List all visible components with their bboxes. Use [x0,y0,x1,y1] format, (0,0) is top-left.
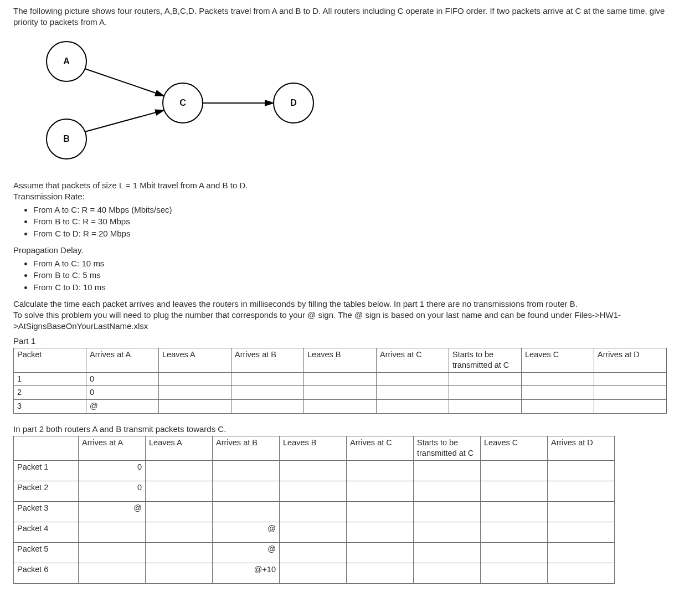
hdr-arrB: Arrives at B [231,348,304,372]
edge-b-c [85,110,164,132]
rate-b-c: From B to C: R = 30 Mbps [33,216,689,227]
hdr-leaveB: Leaves B [304,348,377,372]
hdr-arrD: Arrives at D [594,348,667,372]
edge-a-c [85,69,164,96]
router-c-node [163,83,203,123]
question-page: The following picture shows four routers… [0,0,700,606]
table-row: Packet 3 @ [14,501,615,522]
p2r3-arrB[interactable] [213,501,280,522]
hdr-leaveC: Leaves C [522,348,594,372]
p1r3-arrA: @ [86,400,159,414]
p2r5-label: Packet 5 [14,542,79,563]
p1r1-packet: 1 [14,372,86,386]
table-row: Packet 2 0 [14,481,615,501]
hdr-packet: Packet [14,348,86,372]
hdr-arrA: Arrives at A [86,348,159,372]
table-row: Packet 4 @ [14,522,615,542]
part2-table: Arrives at A Leaves A Arrives at B Leave… [13,436,615,584]
table-row: Packet 5 @ [14,542,615,563]
hdr2-arrA: Arrives at A [79,436,146,460]
p2r6-label: Packet 6 [14,563,79,583]
hdr2-arrC: Arrives at C [347,436,414,460]
hdr-arrC: Arrives at C [377,348,449,372]
rate-a-c: From A to C: R = 40 Mbps (Mbits/sec) [33,204,689,215]
p2r3-arrA: @ [79,501,146,522]
delay-b-c: From B to C: 5 ms [33,270,689,281]
router-d-node [274,83,313,123]
hdr2-leaveA: Leaves A [146,436,213,460]
hdr2-startC: Starts to be transmitted at C [414,436,481,460]
hdr-leaveA: Leaves A [159,348,231,372]
p2r2-arrB[interactable] [213,481,280,501]
part1-label: Part 1 [13,336,689,347]
transmission-rate-list: From A to C: R = 40 Mbps (Mbits/sec) Fro… [13,204,689,239]
hdr2-leaveC: Leaves C [481,436,548,460]
table-row: 3 @ [14,400,667,414]
p2r2-label: Packet 2 [14,481,79,501]
hdr2-arrB: Arrives at B [213,436,280,460]
part1-header-row: Packet Arrives at A Leaves A Arrives at … [14,348,667,372]
calc-instruction-1: Calculate the time each packet arrives a… [13,299,689,310]
hdr2-arrD: Arrives at D [548,436,615,460]
intro-text: The following picture shows four routers… [13,6,689,28]
p2r6-arrB: @+10 [213,563,280,583]
p2r5-arrA[interactable] [79,542,146,563]
p2r1-arrB[interactable] [213,460,280,481]
p1r1-arrA: 0 [86,372,159,386]
part1-table: Packet Arrives at A Leaves A Arrives at … [13,348,667,414]
delay-c-d: From C to D: 10 ms [33,282,689,293]
p2r5-arrB: @ [213,542,280,563]
p1r3-packet: 3 [14,400,86,414]
transmission-rate-heading: Transmission Rate: [13,191,689,202]
p2r1-label: Packet 1 [14,460,79,481]
assumption-text: Assume that packets of size L = 1 Mbit t… [13,180,689,191]
p2r6-arrA[interactable] [79,563,146,583]
p2r4-label: Packet 4 [14,522,79,542]
p1r2-arrA: 0 [86,386,159,400]
hdr2-blank [14,436,79,460]
calc-instruction-2: To solve this problem you will need to p… [13,310,689,332]
p2r1-arrA: 0 [79,460,146,481]
table-row: Packet 6 @+10 [14,563,615,583]
p2r4-arrA[interactable] [79,522,146,542]
rate-c-d: From C to D: R = 20 Mbps [33,228,689,239]
part2-header-row: Arrives at A Leaves A Arrives at B Leave… [14,436,615,460]
delay-a-c: From A to C: 10 ms [33,258,689,269]
p1r2-packet: 2 [14,386,86,400]
p2r3-label: Packet 3 [14,501,79,522]
router-diagram: A B C D [28,34,338,172]
hdr-startC: Starts to be transmitted at C [449,348,522,372]
router-a-node [47,42,86,81]
p2r2-arrA: 0 [79,481,146,501]
p2r4-arrB: @ [213,522,280,542]
table-row: 1 0 [14,372,667,386]
table-row: Packet 1 0 [14,460,615,481]
table-row: 2 0 [14,386,667,400]
hdr2-leaveB: Leaves B [280,436,347,460]
propagation-delay-heading: Propagation Delay. [13,245,689,256]
part2-intro: In part 2 both routers A and B transmit … [13,424,689,435]
propagation-delay-list: From A to C: 10 ms From B to C: 5 ms Fro… [13,258,689,293]
router-b-node [47,119,86,159]
diagram-svg [28,34,338,172]
